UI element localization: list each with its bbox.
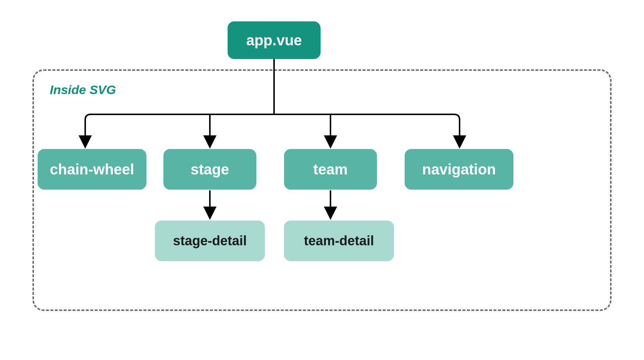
node-stage: stage	[163, 149, 256, 190]
node-label: app.vue	[246, 32, 302, 49]
node-team-detail: team-detail	[284, 221, 394, 261]
node-label: stage-detail	[173, 233, 247, 249]
node-label: navigation	[422, 161, 496, 178]
node-stage-detail: stage-detail	[155, 221, 265, 261]
node-team: team	[284, 149, 377, 190]
node-label: team	[313, 161, 347, 178]
svg-container-label: Inside SVG	[50, 83, 116, 97]
node-app-vue: app.vue	[228, 21, 321, 59]
node-label: stage	[191, 161, 229, 178]
node-label: team-detail	[304, 233, 374, 249]
node-navigation: navigation	[405, 149, 513, 190]
diagram-canvas: Inside SVG app.vue chain-wheel stage tea…	[0, 0, 644, 360]
node-chain-wheel: chain-wheel	[38, 149, 146, 190]
node-label: chain-wheel	[50, 161, 134, 178]
svg-container-box	[32, 69, 612, 311]
